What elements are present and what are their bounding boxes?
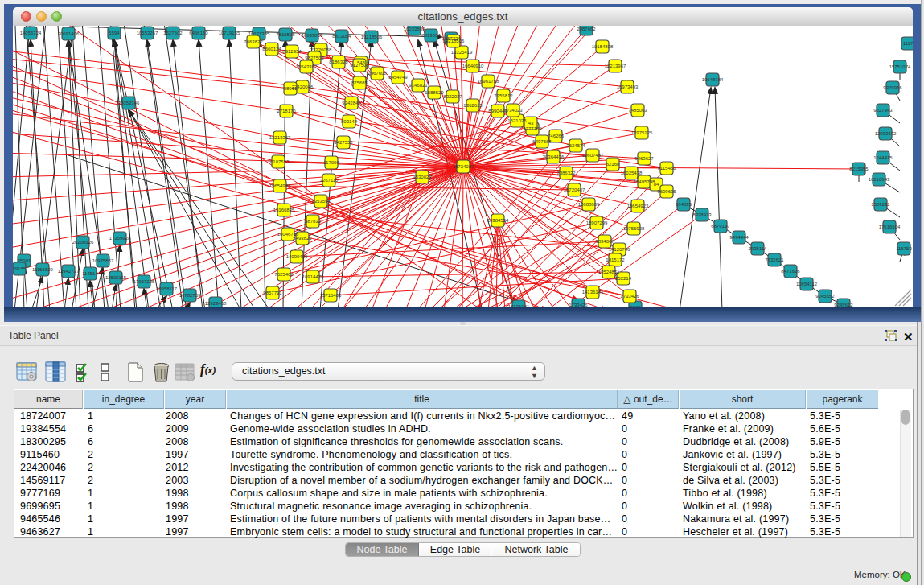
svg-text:8215955: 8215955 (849, 167, 869, 171)
svg-text:8186328: 8186328 (329, 60, 348, 64)
svg-text:2967608: 2967608 (368, 71, 387, 76)
svg-text:10025438: 10025438 (621, 171, 643, 175)
svg-text:10553267: 10553267 (137, 31, 158, 35)
svg-text:1588520: 1588520 (425, 90, 444, 95)
svg-text:9242848: 9242848 (342, 101, 361, 105)
svg-text:9245: 9245 (630, 305, 641, 307)
svg-text:9734023: 9734023 (503, 108, 523, 113)
svg-text:164095: 164095 (676, 202, 692, 207)
svg-text:6879197: 6879197 (711, 224, 730, 229)
svg-text:12942737: 12942737 (58, 269, 80, 274)
svg-text:9146821: 9146821 (409, 83, 428, 88)
svg-text:6497568: 6497568 (532, 139, 552, 144)
svg-text:11156829: 11156829 (32, 267, 53, 272)
svg-text:7632621: 7632621 (765, 257, 784, 262)
svg-text:12505115: 12505115 (105, 275, 127, 280)
svg-text:9834067: 9834067 (595, 239, 614, 244)
svg-text:14055724: 14055724 (20, 31, 42, 35)
svg-text:15716485: 15716485 (320, 293, 342, 298)
svg-text:9115460: 9115460 (658, 166, 677, 171)
svg-text:19384554: 19384554 (487, 218, 509, 223)
svg-text:15751074: 15751074 (889, 64, 911, 69)
svg-text:1815172: 1815172 (606, 257, 625, 262)
svg-text:20691406: 20691406 (58, 31, 80, 36)
svg-text:14120746: 14120746 (609, 247, 630, 252)
svg-text:1733426: 1733426 (569, 303, 588, 307)
svg-text:12213363: 12213363 (269, 135, 291, 140)
svg-text:16914479: 16914479 (302, 274, 324, 279)
svg-text:18724007: 18724007 (453, 164, 474, 169)
svg-text:252214: 252214 (615, 276, 632, 281)
svg-text:39155: 39155 (13, 266, 27, 271)
svg-text:35001: 35001 (18, 258, 31, 263)
svg-text:15720407: 15720407 (564, 187, 585, 192)
svg-text:9827503: 9827503 (305, 56, 324, 60)
svg-text:12213967: 12213967 (605, 64, 626, 68)
svg-text:19654923: 19654923 (627, 204, 649, 208)
svg-text:10975857: 10975857 (92, 258, 114, 263)
svg-text:2935114: 2935114 (749, 246, 768, 251)
svg-text:19166825: 19166825 (273, 208, 295, 212)
svg-text:7663822: 7663822 (244, 39, 263, 44)
svg-text:9427552: 9427552 (334, 140, 353, 145)
svg-text:9857791: 9857791 (263, 290, 282, 295)
svg-text:7955812: 7955812 (494, 93, 513, 98)
svg-text:875685: 875685 (351, 80, 368, 85)
svg-text:12923468: 12923468 (205, 301, 227, 306)
svg-text:16671385: 16671385 (248, 31, 270, 36)
svg-text:114514: 114514 (82, 271, 98, 276)
svg-text:746266: 746266 (548, 134, 565, 138)
svg-text:20053346: 20053346 (118, 101, 140, 105)
svg-text:9227343: 9227343 (873, 108, 893, 113)
svg-text:1117: 1117 (903, 41, 913, 46)
svg-text:20364436: 20364436 (543, 154, 565, 159)
svg-text:14099489: 14099489 (286, 254, 308, 259)
svg-text:1362615: 1362615 (463, 103, 483, 108)
svg-text:19218506: 19218506 (361, 35, 383, 39)
svg-text:6466160: 6466160 (189, 31, 208, 35)
svg-text:7515526: 7515526 (276, 32, 295, 37)
svg-text:1569231: 1569231 (871, 202, 890, 207)
svg-text:14136141: 14136141 (582, 290, 604, 295)
svg-text:13325419: 13325419 (451, 50, 473, 55)
svg-text:10958117: 10958117 (156, 286, 178, 291)
svg-text:9463627: 9463627 (634, 156, 654, 161)
svg-text:17359928: 17359928 (109, 236, 131, 241)
svg-text:10607487: 10607487 (582, 153, 604, 158)
svg-text:19756928: 19756928 (623, 226, 645, 231)
svg-text:26206526: 26206526 (72, 240, 94, 245)
svg-text:7386322: 7386322 (556, 171, 576, 175)
svg-text:8660124: 8660124 (262, 47, 281, 51)
svg-text:3624574: 3624574 (566, 143, 585, 148)
svg-text:9245652: 9245652 (815, 294, 835, 299)
svg-text:62160: 62160 (606, 162, 620, 167)
svg-text:7485063: 7485063 (628, 108, 647, 113)
svg-text:23226058: 23226058 (310, 47, 332, 52)
svg-text:18907299: 18907299 (586, 220, 608, 225)
svg-text:3267110: 3267110 (320, 178, 339, 183)
svg-text:10654112: 10654112 (796, 282, 818, 286)
svg-text:116753: 116753 (896, 246, 912, 251)
svg-text:10688609: 10688609 (578, 202, 600, 207)
svg-text:14136141: 14136141 (508, 304, 530, 307)
svg-text:16210643: 16210643 (869, 177, 890, 182)
svg-text:803144: 803144 (341, 119, 358, 124)
svg-text:10719155: 10719155 (219, 31, 240, 35)
svg-text:2718170: 2718170 (277, 109, 296, 113)
svg-text:587832: 587832 (305, 219, 322, 224)
svg-text:1733426: 1733426 (620, 294, 639, 299)
svg-text:8471626: 8471626 (781, 269, 800, 274)
svg-text:17016504: 17016504 (879, 225, 901, 229)
svg-text:9474444: 9474444 (729, 235, 749, 240)
svg-text:98961: 98961 (284, 86, 298, 91)
svg-text:8813054: 8813054 (332, 34, 351, 39)
svg-text:10107553: 10107553 (268, 159, 290, 164)
svg-text:1353594: 1353594 (311, 199, 331, 204)
svg-text:117006: 117006 (323, 160, 339, 165)
svg-text:19218506: 19218506 (443, 39, 465, 43)
svg-text:1530023: 1530023 (413, 175, 432, 179)
svg-text:8912954: 8912954 (282, 49, 302, 54)
svg-text:16033809: 16033809 (404, 27, 425, 31)
svg-text:1621025: 1621025 (507, 118, 527, 123)
svg-text:1244415: 1244415 (873, 155, 893, 160)
